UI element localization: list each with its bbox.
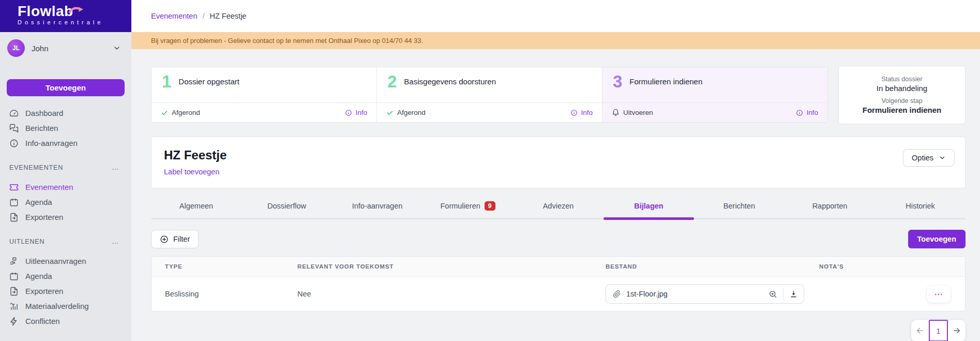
table-header: TYPE RELEVANT VOOR TOEKOMST BESTAND NOTA… [152, 257, 965, 277]
sidebar-item-label: Exporteren [25, 213, 63, 221]
paperclip-icon [613, 290, 621, 298]
previous-page-button[interactable] [911, 320, 929, 341]
sidebar-item-materiaalverdeling[interactable]: Materiaalverdeling [0, 299, 131, 314]
breadcrumb-link-evenementen[interactable]: Evenementen [151, 12, 197, 20]
step-1-card: 1 Dossier opgestart Afgerond Info [152, 67, 377, 122]
dossier-stepper: 1 Dossier opgestart Afgerond Info [151, 67, 828, 123]
tab-adviezen[interactable]: Adviezen [513, 199, 604, 213]
sidebar-item-conflicten[interactable]: Conflicten [0, 314, 131, 329]
sidebar-item-evenementen[interactable]: Evenementen [0, 180, 131, 195]
tab-dossierflow[interactable]: Dossierflow [242, 199, 332, 213]
sidebar-section-evenementen: EVENEMENTEN ... [0, 163, 131, 172]
sidebar-item-label: Evenementen [25, 183, 73, 191]
bijlagen-toolbar: Filter Toevoegen [151, 230, 966, 248]
brand-subtitle: Dossiercentrale [18, 19, 131, 25]
file-name: 1st-Floor.jpg [626, 290, 668, 298]
sidebar-item-dashboard[interactable]: Dashboard [0, 106, 131, 121]
export-icon [9, 287, 19, 296]
main-area: Evenementen / HZ Feestje Bij vragen of p… [131, 0, 980, 341]
tab-label: Adviezen [543, 202, 574, 210]
next-step-label: Volgende stap [881, 97, 922, 105]
calendar-icon [9, 272, 19, 281]
step-title: Basisgegevens doorsturen [404, 73, 496, 102]
cell-type: Beslissing [152, 290, 297, 298]
step-title: Formulieren indienen [629, 73, 702, 102]
column-header-bestand: BESTAND [606, 263, 819, 270]
step-info-button[interactable]: Info [345, 109, 367, 116]
content: 1 Dossier opgestart Afgerond Info [131, 49, 980, 341]
dashboard-icon [9, 109, 19, 118]
hand-box-icon [9, 257, 19, 266]
step-info-button[interactable]: Info [796, 109, 818, 116]
status-value: In behandeling [877, 84, 927, 93]
tab-algemeen[interactable]: Algemeen [151, 199, 242, 213]
tab-label: Formulieren [440, 202, 480, 210]
tab-info-aanvragen[interactable]: Info-aanvragen [332, 199, 423, 213]
sidebar-nav: Dashboard Berichten Info-aanvragen EVENE… [0, 106, 131, 329]
options-button[interactable]: Opties [903, 149, 955, 167]
sidebar-item-agenda-uitlenen[interactable]: Agenda [0, 269, 131, 284]
step-title: Dossier opgestart [178, 73, 239, 102]
tab-formulieren[interactable]: Formulieren 9 [423, 199, 513, 213]
row-actions-button[interactable]: ⋯ [927, 286, 951, 303]
tab-berichten[interactable]: Berichten [694, 199, 785, 213]
sidebar-item-label: Agenda [25, 272, 52, 280]
step-status-label: Afgerond [397, 109, 426, 116]
tab-label: Info-aanvragen [352, 202, 403, 210]
column-header-notas: NOTA'S [819, 263, 965, 270]
download-icon [789, 290, 798, 299]
preview-file-button[interactable] [763, 285, 783, 303]
sidebar-item-exporteren-uitlenen[interactable]: Exporteren [0, 284, 131, 299]
lightning-icon [9, 317, 19, 326]
sidebar-item-berichten[interactable]: Berichten [0, 121, 131, 136]
options-button-label: Opties [912, 154, 933, 162]
section-title: EVENEMENTEN [9, 164, 63, 171]
sidebar-item-label: Agenda [25, 198, 52, 206]
active-tab-indicator [604, 217, 694, 220]
add-attachment-button[interactable]: Toevoegen [908, 230, 966, 248]
tab-historiek[interactable]: Historiek [875, 199, 966, 213]
tab-label: Berichten [723, 202, 755, 210]
logo-block: Flowlab Dossiercentrale [0, 0, 131, 32]
sidebar-item-label: Conflicten [25, 317, 60, 325]
current-page[interactable]: 1 [929, 320, 948, 341]
download-file-button[interactable] [783, 285, 804, 303]
info-circle-icon [9, 139, 19, 148]
add-label-link[interactable]: Label toevoegen [164, 168, 219, 176]
step-status-label: Afgerond [172, 109, 200, 116]
step-info-label: Info [581, 109, 593, 116]
tab-bijlagen[interactable]: Bijlagen [604, 199, 694, 213]
sidebar-item-exporteren[interactable]: Exporteren [0, 210, 131, 225]
sidebar-item-info-aanvragen[interactable]: Info-aanvragen [0, 136, 131, 151]
section-more-button[interactable]: ... [112, 166, 119, 169]
cell-bestand: 1st-Floor.jpg [606, 284, 819, 304]
pagination: 1 [151, 320, 966, 341]
user-menu[interactable]: JL John [0, 32, 131, 57]
step-info-button[interactable]: Info [570, 109, 593, 116]
dossier-header-card: HZ Feestje Label toevoegen Opties [151, 137, 966, 188]
column-header-relevant: RELEVANT VOOR TOEKOMST [297, 263, 606, 270]
section-more-button[interactable]: ... [112, 240, 119, 243]
cell-relevant: Nee [297, 290, 606, 298]
sidebar-item-agenda[interactable]: Agenda [0, 195, 131, 210]
section-title: UITLENEN [9, 238, 44, 245]
sidebar-section-uitlenen: UITLENEN ... [0, 237, 131, 246]
filter-button[interactable]: Filter [151, 230, 199, 248]
tab-rapporten[interactable]: Rapporten [785, 199, 875, 213]
step-status: Afgerond [161, 109, 200, 116]
bell-icon [612, 109, 620, 116]
step-number: 1 [162, 73, 171, 102]
tab-label: Algemeen [179, 202, 213, 210]
next-page-button[interactable] [948, 320, 966, 341]
chart-icon [9, 302, 19, 311]
chevron-down-icon [939, 154, 946, 161]
step-status: Afgerond [386, 109, 426, 116]
brand-arrow-icon [69, 6, 84, 14]
step-info-label: Info [806, 109, 818, 116]
check-icon [161, 109, 168, 116]
sidebar-item-label: Berichten [25, 124, 58, 132]
tab-label: Rapporten [812, 202, 848, 210]
sidebar-item-uitleenaanvragen[interactable]: Uitleenaanvragen [0, 254, 131, 269]
sidebar-item-label: Info-aanvragen [25, 139, 78, 147]
sidebar-add-button[interactable]: Toevoegen [7, 79, 125, 96]
